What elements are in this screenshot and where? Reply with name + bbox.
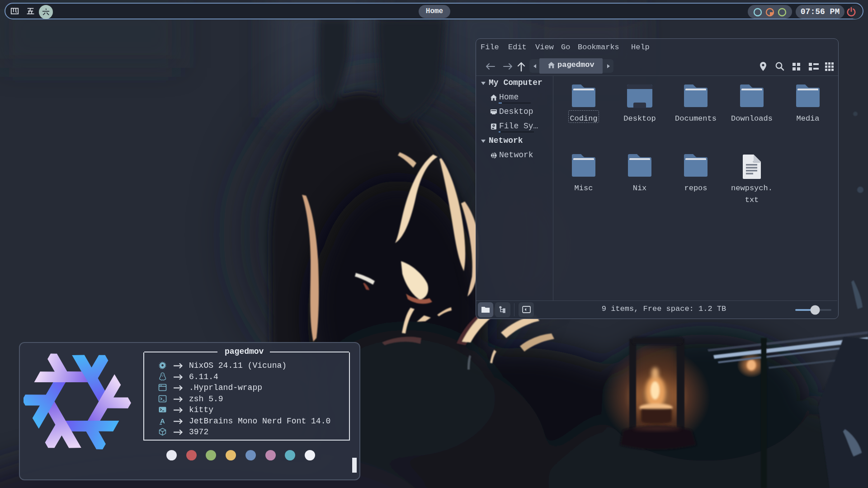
svg-text:A: A: [160, 417, 165, 424]
